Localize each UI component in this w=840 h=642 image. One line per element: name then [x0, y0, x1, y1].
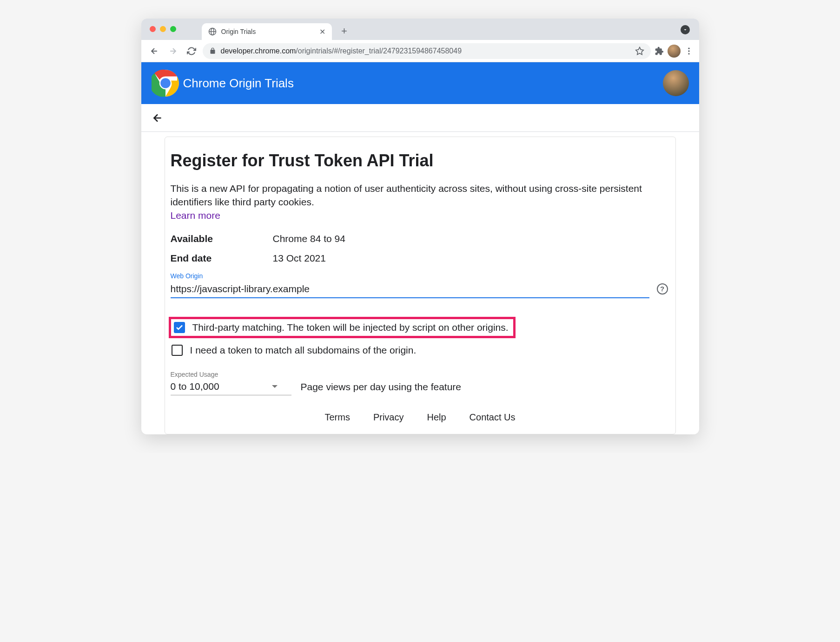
- footer-privacy-link[interactable]: Privacy: [373, 412, 404, 423]
- chevron-down-icon: [272, 385, 278, 388]
- minimize-window-button[interactable]: [160, 26, 166, 32]
- new-tab-button[interactable]: +: [337, 24, 351, 38]
- footer-terms-link[interactable]: Terms: [324, 412, 350, 423]
- close-tab-button[interactable]: ✕: [319, 27, 325, 36]
- url-field[interactable]: developer.chrome.com/origintrials/#/regi…: [203, 43, 651, 59]
- end-date-row: End date 13 Oct 2021: [171, 253, 668, 264]
- expected-usage-value: 0 to 10,000: [171, 381, 219, 392]
- svg-point-5: [688, 50, 689, 52]
- trial-description: This is a new API for propagating a noti…: [171, 182, 668, 209]
- web-origin-label: Web Origin: [171, 272, 668, 280]
- tab-title: Origin Trials: [221, 28, 315, 35]
- user-avatar[interactable]: [663, 70, 689, 96]
- end-date-value: 13 Oct 2021: [273, 253, 326, 264]
- subdomains-checkbox[interactable]: [172, 345, 183, 356]
- globe-icon: [208, 27, 217, 36]
- third-party-checkbox-row[interactable]: Third-party matching. The token will be …: [174, 322, 509, 333]
- footer-contact-link[interactable]: Contact Us: [470, 412, 516, 423]
- chrome-logo-icon: [152, 69, 179, 97]
- footer-links: Terms Privacy Help Contact Us: [165, 412, 675, 423]
- learn-more-link[interactable]: Learn more: [171, 210, 220, 221]
- sub-header: [141, 104, 699, 132]
- subdomains-checkbox-row[interactable]: I need a token to match all subdomains o…: [172, 345, 668, 356]
- reload-button[interactable]: [184, 44, 199, 59]
- chevron-down-icon[interactable]: [681, 25, 690, 34]
- back-button[interactable]: [147, 44, 162, 59]
- available-row: Available Chrome 84 to 94: [171, 233, 668, 244]
- svg-point-6: [688, 53, 689, 54]
- help-icon[interactable]: ?: [657, 283, 668, 295]
- app-title: Chrome Origin Trials: [183, 76, 294, 91]
- extensions-icon[interactable]: [655, 46, 664, 56]
- forward-button[interactable]: [165, 44, 180, 59]
- browser-tab[interactable]: Origin Trials ✕: [202, 23, 332, 40]
- svg-point-9: [160, 78, 171, 88]
- expected-usage-label: Expected Usage: [171, 371, 291, 378]
- tab-bar: Origin Trials ✕ +: [141, 19, 699, 40]
- lock-icon: [209, 47, 216, 54]
- expected-usage-section: Expected Usage 0 to 10,000 Page views pe…: [171, 371, 668, 395]
- expected-usage-description: Page views per day using the feature: [301, 381, 462, 395]
- svg-marker-3: [635, 47, 643, 54]
- app-header: Chrome Origin Trials: [141, 62, 699, 104]
- end-date-label: End date: [171, 253, 273, 264]
- address-bar: developer.chrome.com/origintrials/#/regi…: [141, 40, 699, 62]
- url-text: developer.chrome.com/origintrials/#/regi…: [221, 47, 630, 55]
- subdomains-label: I need a token to match all subdomains o…: [190, 345, 417, 356]
- maximize-window-button[interactable]: [170, 26, 176, 32]
- page-back-button[interactable]: [152, 112, 164, 124]
- footer-help-link[interactable]: Help: [427, 412, 446, 423]
- third-party-checkbox[interactable]: [174, 322, 185, 333]
- profile-avatar[interactable]: [668, 45, 681, 58]
- page-title: Register for Trust Token API Trial: [171, 151, 668, 170]
- window-controls: [150, 26, 176, 32]
- content-card: Register for Trust Token API Trial This …: [165, 137, 676, 434]
- expected-usage-select[interactable]: 0 to 10,000: [171, 379, 291, 395]
- browser-window: Origin Trials ✕ + developer.chrome.com/o…: [141, 19, 699, 434]
- available-label: Available: [171, 233, 273, 244]
- close-window-button[interactable]: [150, 26, 156, 32]
- bookmark-star-icon[interactable]: [635, 46, 644, 56]
- third-party-highlight: Third-party matching. The token will be …: [169, 317, 516, 338]
- available-value: Chrome 84 to 94: [273, 233, 345, 244]
- svg-point-4: [688, 47, 689, 49]
- app-brand[interactable]: Chrome Origin Trials: [152, 69, 294, 97]
- web-origin-input[interactable]: [171, 282, 649, 298]
- web-origin-field: Web Origin ?: [171, 272, 668, 298]
- third-party-label: Third-party matching. The token will be …: [192, 322, 509, 333]
- kebab-menu-icon[interactable]: [684, 46, 694, 56]
- expected-usage-field: Expected Usage 0 to 10,000: [171, 371, 291, 395]
